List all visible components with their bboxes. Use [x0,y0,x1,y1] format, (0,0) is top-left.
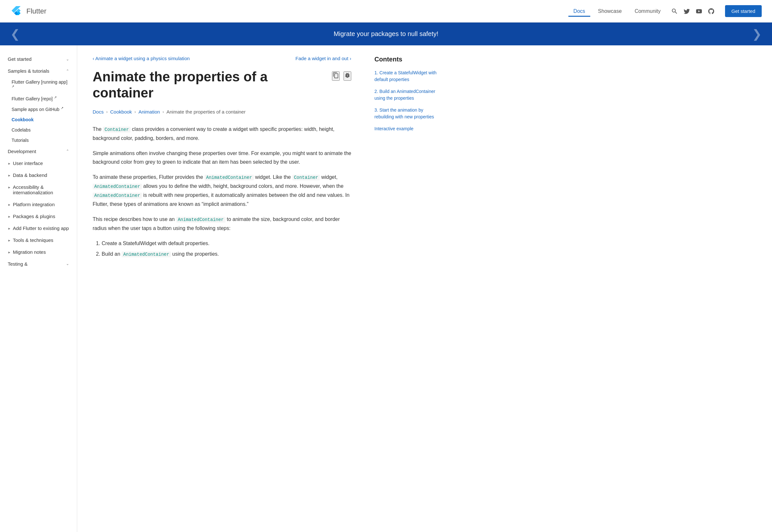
chevron-down-icon-testing: ⌄ [66,261,69,266]
sidebar-item-testing[interactable]: Testing & ⌄ [0,258,77,270]
sidebar-sub-tutorials[interactable]: Tutorials [0,135,77,145]
main-content: Animate a widget using a physics simulat… [77,45,367,532]
page-title: Animate the properties of a container [93,69,351,101]
sidebar-sub-sample-apps[interactable]: Sample apps on GitHub ↗ [0,104,77,115]
sidebar-label-tools-techniques: Tools & techniques [13,237,53,243]
sidebar-label-platform-integration: Platform integration [13,202,55,207]
sidebar-sub-data-backend[interactable]: ► Data & backend [0,169,77,181]
nav-showcase[interactable]: Showcase [593,6,627,17]
search-button[interactable] [671,8,678,15]
paragraph-4: This recipe describes how to use an Anim… [93,215,351,233]
nav-docs[interactable]: Docs [568,6,590,17]
code-animated-container-1: AnimatedContainer [205,175,254,180]
sidebar-label-testing: Testing & [8,261,28,267]
sidebar-sub-flutter-gallery-repo[interactable]: Flutter Gallery [repo] ↗ [0,93,77,104]
contents-title: Contents [374,56,443,63]
chevron-down-icon: ⌄ [66,57,69,61]
triangle-icon-migration: ► [8,251,11,254]
prev-next-nav: Animate a widget using a physics simulat… [93,56,351,61]
triangle-icon-platform: ► [8,203,11,206]
breadcrumb-sep-1: › [106,109,107,114]
header-nav: Docs Showcase Community [568,6,666,17]
header-icons: Get started [671,5,762,17]
triangle-icon-data: ► [8,174,11,177]
contents-link-4[interactable]: Interactive example [374,125,443,132]
triangle-icon: ► [8,162,11,165]
code-animated-container-2: AnimatedContainer [93,184,142,189]
copy-code-button[interactable] [332,71,340,81]
sidebar-item-samples[interactable]: Samples & tutorials ⌃ [0,65,77,77]
breadcrumb-docs[interactable]: Docs [93,109,104,115]
sidebar-sub-migration-notes[interactable]: ► Migration notes [0,246,77,258]
list-item-step-1: Create a StatefulWidget with default pro… [102,239,351,248]
copy-icon [333,72,339,78]
sidebar-label-flutter-gallery-repo: Flutter Gallery [repo] [12,96,53,101]
sidebar-label-migration-notes: Migration notes [13,249,46,255]
flutter-logo-icon [10,4,23,18]
sidebar-label-codelabs: Codelabs [12,127,31,133]
code-animated-container-3: AnimatedContainer [93,193,142,198]
banner-next-arrow[interactable]: ❯ [752,27,762,41]
report-bug-button[interactable] [344,71,351,81]
next-page-link[interactable]: Fade a widget in and out [296,56,351,61]
code-container-2: Container [292,175,320,180]
sidebar-sub-user-interface[interactable]: ► User interface [0,157,77,169]
paragraph-3: To animate these properties, Flutter pro… [93,173,351,208]
banner: ❮ Migrate your packages to null safety! … [0,23,772,45]
sidebar-label-samples: Samples & tutorials [8,68,49,74]
sidebar-sub-add-flutter[interactable]: ► Add Flutter to existing app [0,222,77,234]
sidebar-label-development: Development [8,149,36,154]
right-sidebar: Contents 1. Create a StatefulWidget with… [367,45,450,532]
banner-text: Migrate your packages to null safety! [334,30,438,38]
breadcrumb-current: Animate the properties of a container [166,109,245,115]
youtube-icon [695,8,703,15]
sidebar-sub-accessibility[interactable]: ► Accessibility & internationalization [0,181,77,198]
triangle-icon-a11y: ► [8,186,11,189]
sidebar-label-flutter-gallery-running: Flutter Gallery [running app] [12,79,68,85]
breadcrumb-sep-2: › [134,109,136,114]
nav-community[interactable]: Community [630,6,666,17]
code-animated-container-5: AnimatedContainer [122,252,171,257]
sidebar-label-accessibility: Accessibility & internationalization [13,184,69,195]
sidebar-item-get-started[interactable]: Get started ⌄ [0,53,77,65]
logo-link[interactable]: Flutter [10,4,46,18]
title-section: Animate the properties of a container [93,69,351,101]
contents-link-1[interactable]: 1. Create a StatefulWidget with default … [374,69,443,83]
banner-prev-arrow[interactable]: ❮ [10,27,20,41]
sidebar-label-add-flutter: Add Flutter to existing app [13,225,69,231]
chevron-up-icon-dev: ⌃ [66,149,69,153]
sidebar-label-packages-plugins: Packages & plugins [13,214,55,219]
triangle-icon-packages: ► [8,215,11,218]
chevron-up-icon: ⌃ [66,69,69,73]
code-container-1: Container [103,127,131,133]
prev-page-link[interactable]: Animate a widget using a physics simulat… [93,56,190,61]
sidebar-label-user-interface: User interface [13,161,43,166]
breadcrumb-animation[interactable]: Animation [138,109,160,115]
get-started-button[interactable]: Get started [725,5,762,17]
steps-list: Create a StatefulWidget with default pro… [102,239,351,259]
triangle-icon-tools: ► [8,239,11,242]
sidebar-label-cookbook: Cookbook [12,117,33,122]
twitter-button[interactable] [683,8,690,15]
youtube-button[interactable] [695,8,703,15]
breadcrumb-cookbook[interactable]: Cookbook [110,109,132,115]
breadcrumb: Docs › Cookbook › Animation › Animate th… [93,109,351,115]
page-layout: Get started ⌄ Samples & tutorials ⌃ Flut… [0,45,772,532]
sidebar-sub-flutter-gallery-running[interactable]: Flutter Gallery [running app] ↗ [0,77,77,93]
header: Flutter Docs Showcase Community Get star [0,0,772,23]
triangle-icon-add-flutter: ► [8,227,11,230]
sidebar-sub-packages-plugins[interactable]: ► Packages & plugins [0,210,77,222]
contents-link-3[interactable]: 3. Start the animation by rebuilding wit… [374,107,443,120]
github-button[interactable] [708,8,715,15]
sidebar-sub-platform-integration[interactable]: ► Platform integration [0,198,77,210]
sidebar-item-development[interactable]: Development ⌃ [0,145,77,157]
bug-icon [344,72,351,78]
twitter-icon [683,8,690,15]
paragraph-2: Simple animations often involve changing… [93,149,351,166]
sidebar-sub-tools-techniques[interactable]: ► Tools & techniques [0,234,77,246]
sidebar-sub-cookbook[interactable]: Cookbook [0,115,77,125]
sidebar-label-tutorials: Tutorials [12,138,29,143]
contents-link-2[interactable]: 2. Build an AnimatedContainer using the … [374,88,443,102]
sidebar-label-sample-apps: Sample apps on GitHub [12,107,60,112]
sidebar-sub-codelabs[interactable]: Codelabs [0,125,77,135]
